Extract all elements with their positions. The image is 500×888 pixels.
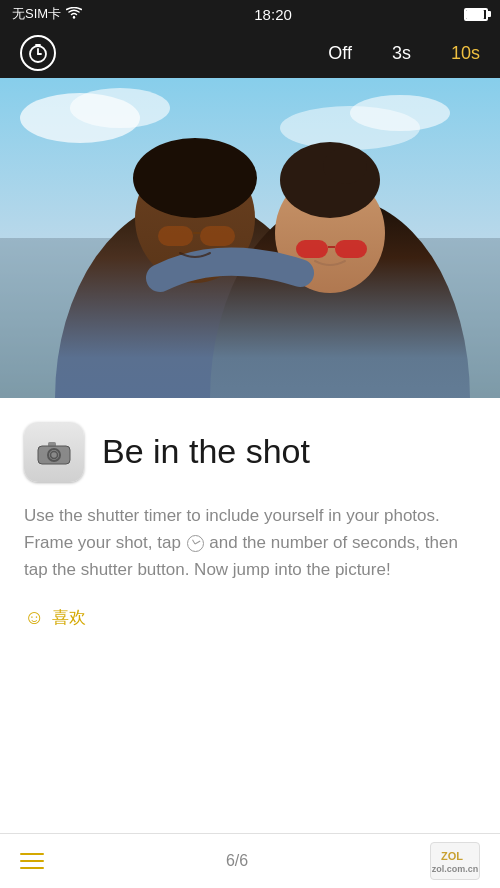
timer-clock-icon — [28, 43, 48, 63]
hamburger-line-3 — [20, 867, 44, 869]
status-right — [464, 8, 488, 21]
zol-logo-icon: ZOL — [441, 848, 469, 864]
timer-options: Off 3s 10s — [328, 43, 480, 64]
like-smiley-icon: ☺ — [24, 606, 44, 629]
feature-header: Be in the shot — [24, 422, 476, 482]
like-section[interactable]: ☺ 喜欢 — [24, 606, 476, 629]
battery-icon — [464, 8, 488, 21]
zol-watermark-badge: ZOL zol.com.cn — [430, 842, 480, 880]
svg-rect-21 — [296, 240, 328, 258]
hamburger-line-2 — [20, 860, 44, 862]
svg-point-20 — [323, 148, 367, 184]
photo-area — [0, 78, 500, 398]
page-indicator: 6/6 — [226, 852, 248, 870]
svg-point-9 — [350, 95, 450, 131]
zol-domain-text: zol.com.cn — [432, 864, 479, 874]
photo-canvas — [0, 78, 500, 398]
clock-timer-inline-icon — [187, 535, 204, 552]
timer-option-10s[interactable]: 10s — [451, 43, 480, 64]
timer-toolbar: Off 3s 10s — [0, 28, 500, 78]
timer-option-3s[interactable]: 3s — [392, 43, 411, 64]
feature-description: Use the shutter timer to include yoursel… — [24, 502, 476, 584]
svg-rect-14 — [158, 226, 193, 246]
photo-svg — [0, 78, 500, 398]
svg-point-0 — [73, 16, 75, 18]
status-bar: 无SIM卡 18:20 — [0, 0, 500, 28]
svg-rect-29 — [62, 449, 66, 452]
svg-point-13 — [133, 138, 257, 218]
camera-icon — [36, 438, 72, 466]
bottom-bar: 6/6 ZOL zol.com.cn — [0, 833, 500, 888]
feature-title: Be in the shot — [102, 433, 310, 470]
timer-icon-button[interactable] — [20, 35, 56, 71]
wifi-icon — [66, 7, 82, 22]
status-time: 18:20 — [254, 6, 292, 23]
svg-text:ZOL: ZOL — [441, 850, 463, 862]
carrier-text: 无SIM卡 — [12, 5, 61, 23]
status-left: 无SIM卡 — [12, 5, 82, 23]
camera-icon-box — [24, 422, 84, 482]
hamburger-menu-button[interactable] — [20, 853, 44, 869]
svg-point-7 — [70, 88, 170, 128]
svg-rect-15 — [200, 226, 235, 246]
svg-rect-22 — [335, 240, 367, 258]
content-area: Be in the shot Use the shutter timer to … — [0, 398, 500, 629]
svg-rect-28 — [48, 442, 56, 447]
hamburger-line-1 — [20, 853, 44, 855]
like-label: 喜欢 — [52, 606, 86, 629]
timer-option-off[interactable]: Off — [328, 43, 352, 64]
